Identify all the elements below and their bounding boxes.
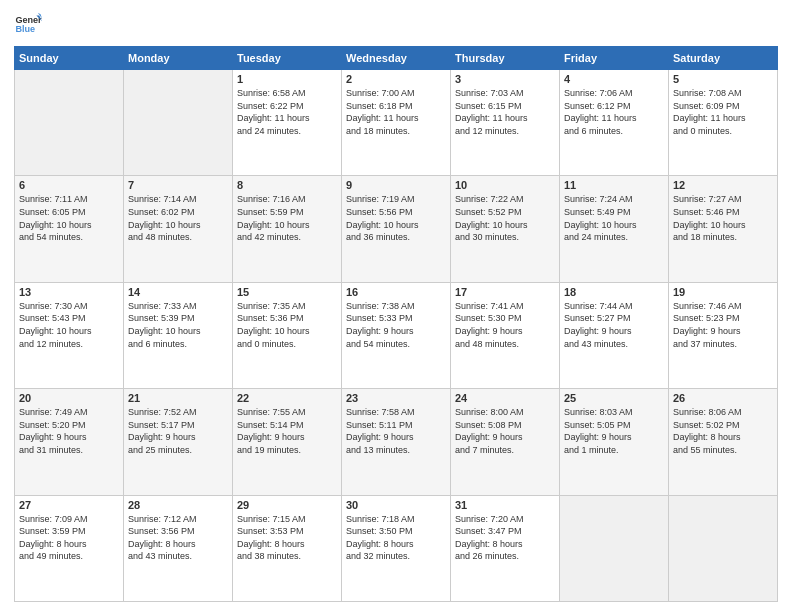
day-info: Sunrise: 7:03 AM Sunset: 6:15 PM Dayligh… xyxy=(455,87,555,137)
day-info: Sunrise: 8:06 AM Sunset: 5:02 PM Dayligh… xyxy=(673,406,773,456)
day-cell: 27Sunrise: 7:09 AM Sunset: 3:59 PM Dayli… xyxy=(15,495,124,601)
day-info: Sunrise: 7:11 AM Sunset: 6:05 PM Dayligh… xyxy=(19,193,119,243)
day-info: Sunrise: 7:33 AM Sunset: 5:39 PM Dayligh… xyxy=(128,300,228,350)
day-cell: 5Sunrise: 7:08 AM Sunset: 6:09 PM Daylig… xyxy=(669,70,778,176)
day-info: Sunrise: 7:19 AM Sunset: 5:56 PM Dayligh… xyxy=(346,193,446,243)
day-cell: 16Sunrise: 7:38 AM Sunset: 5:33 PM Dayli… xyxy=(342,282,451,388)
day-number: 3 xyxy=(455,73,555,85)
page: General Blue SundayMondayTuesdayWednesda… xyxy=(0,0,792,612)
day-cell: 26Sunrise: 8:06 AM Sunset: 5:02 PM Dayli… xyxy=(669,389,778,495)
day-number: 17 xyxy=(455,286,555,298)
day-info: Sunrise: 7:12 AM Sunset: 3:56 PM Dayligh… xyxy=(128,513,228,563)
day-info: Sunrise: 7:18 AM Sunset: 3:50 PM Dayligh… xyxy=(346,513,446,563)
day-number: 20 xyxy=(19,392,119,404)
day-info: Sunrise: 7:22 AM Sunset: 5:52 PM Dayligh… xyxy=(455,193,555,243)
header: General Blue xyxy=(14,10,778,38)
day-cell: 6Sunrise: 7:11 AM Sunset: 6:05 PM Daylig… xyxy=(15,176,124,282)
day-number: 18 xyxy=(564,286,664,298)
svg-text:Blue: Blue xyxy=(15,24,35,34)
day-info: Sunrise: 8:00 AM Sunset: 5:08 PM Dayligh… xyxy=(455,406,555,456)
weekday-header-monday: Monday xyxy=(124,47,233,70)
day-number: 6 xyxy=(19,179,119,191)
day-number: 11 xyxy=(564,179,664,191)
day-cell xyxy=(124,70,233,176)
day-cell: 12Sunrise: 7:27 AM Sunset: 5:46 PM Dayli… xyxy=(669,176,778,282)
day-cell: 21Sunrise: 7:52 AM Sunset: 5:17 PM Dayli… xyxy=(124,389,233,495)
weekday-header-tuesday: Tuesday xyxy=(233,47,342,70)
week-row-4: 20Sunrise: 7:49 AM Sunset: 5:20 PM Dayli… xyxy=(15,389,778,495)
day-number: 24 xyxy=(455,392,555,404)
day-cell: 31Sunrise: 7:20 AM Sunset: 3:47 PM Dayli… xyxy=(451,495,560,601)
day-number: 5 xyxy=(673,73,773,85)
day-cell: 13Sunrise: 7:30 AM Sunset: 5:43 PM Dayli… xyxy=(15,282,124,388)
day-info: Sunrise: 7:14 AM Sunset: 6:02 PM Dayligh… xyxy=(128,193,228,243)
day-info: Sunrise: 6:58 AM Sunset: 6:22 PM Dayligh… xyxy=(237,87,337,137)
day-info: Sunrise: 7:06 AM Sunset: 6:12 PM Dayligh… xyxy=(564,87,664,137)
day-cell: 4Sunrise: 7:06 AM Sunset: 6:12 PM Daylig… xyxy=(560,70,669,176)
day-info: Sunrise: 7:00 AM Sunset: 6:18 PM Dayligh… xyxy=(346,87,446,137)
day-number: 16 xyxy=(346,286,446,298)
day-info: Sunrise: 7:55 AM Sunset: 5:14 PM Dayligh… xyxy=(237,406,337,456)
day-info: Sunrise: 7:46 AM Sunset: 5:23 PM Dayligh… xyxy=(673,300,773,350)
weekday-header-saturday: Saturday xyxy=(669,47,778,70)
day-number: 28 xyxy=(128,499,228,511)
day-cell: 10Sunrise: 7:22 AM Sunset: 5:52 PM Dayli… xyxy=(451,176,560,282)
day-info: Sunrise: 7:58 AM Sunset: 5:11 PM Dayligh… xyxy=(346,406,446,456)
day-cell xyxy=(669,495,778,601)
day-cell: 3Sunrise: 7:03 AM Sunset: 6:15 PM Daylig… xyxy=(451,70,560,176)
day-number: 22 xyxy=(237,392,337,404)
day-info: Sunrise: 7:20 AM Sunset: 3:47 PM Dayligh… xyxy=(455,513,555,563)
day-number: 10 xyxy=(455,179,555,191)
week-row-5: 27Sunrise: 7:09 AM Sunset: 3:59 PM Dayli… xyxy=(15,495,778,601)
day-number: 7 xyxy=(128,179,228,191)
day-cell: 20Sunrise: 7:49 AM Sunset: 5:20 PM Dayli… xyxy=(15,389,124,495)
day-cell: 18Sunrise: 7:44 AM Sunset: 5:27 PM Dayli… xyxy=(560,282,669,388)
day-number: 15 xyxy=(237,286,337,298)
day-info: Sunrise: 7:35 AM Sunset: 5:36 PM Dayligh… xyxy=(237,300,337,350)
day-number: 23 xyxy=(346,392,446,404)
weekday-header-wednesday: Wednesday xyxy=(342,47,451,70)
day-number: 1 xyxy=(237,73,337,85)
day-cell: 9Sunrise: 7:19 AM Sunset: 5:56 PM Daylig… xyxy=(342,176,451,282)
week-row-1: 1Sunrise: 6:58 AM Sunset: 6:22 PM Daylig… xyxy=(15,70,778,176)
day-number: 2 xyxy=(346,73,446,85)
day-cell: 7Sunrise: 7:14 AM Sunset: 6:02 PM Daylig… xyxy=(124,176,233,282)
day-info: Sunrise: 7:30 AM Sunset: 5:43 PM Dayligh… xyxy=(19,300,119,350)
day-number: 4 xyxy=(564,73,664,85)
day-info: Sunrise: 8:03 AM Sunset: 5:05 PM Dayligh… xyxy=(564,406,664,456)
day-cell: 19Sunrise: 7:46 AM Sunset: 5:23 PM Dayli… xyxy=(669,282,778,388)
day-cell: 22Sunrise: 7:55 AM Sunset: 5:14 PM Dayli… xyxy=(233,389,342,495)
day-number: 9 xyxy=(346,179,446,191)
day-number: 12 xyxy=(673,179,773,191)
day-info: Sunrise: 7:24 AM Sunset: 5:49 PM Dayligh… xyxy=(564,193,664,243)
day-info: Sunrise: 7:09 AM Sunset: 3:59 PM Dayligh… xyxy=(19,513,119,563)
logo-icon: General Blue xyxy=(14,10,42,38)
day-info: Sunrise: 7:15 AM Sunset: 3:53 PM Dayligh… xyxy=(237,513,337,563)
day-cell: 29Sunrise: 7:15 AM Sunset: 3:53 PM Dayli… xyxy=(233,495,342,601)
day-cell: 28Sunrise: 7:12 AM Sunset: 3:56 PM Dayli… xyxy=(124,495,233,601)
day-info: Sunrise: 7:38 AM Sunset: 5:33 PM Dayligh… xyxy=(346,300,446,350)
logo: General Blue xyxy=(14,10,42,38)
week-row-2: 6Sunrise: 7:11 AM Sunset: 6:05 PM Daylig… xyxy=(15,176,778,282)
day-cell: 25Sunrise: 8:03 AM Sunset: 5:05 PM Dayli… xyxy=(560,389,669,495)
day-cell: 23Sunrise: 7:58 AM Sunset: 5:11 PM Dayli… xyxy=(342,389,451,495)
day-info: Sunrise: 7:44 AM Sunset: 5:27 PM Dayligh… xyxy=(564,300,664,350)
week-row-3: 13Sunrise: 7:30 AM Sunset: 5:43 PM Dayli… xyxy=(15,282,778,388)
day-cell: 8Sunrise: 7:16 AM Sunset: 5:59 PM Daylig… xyxy=(233,176,342,282)
day-number: 13 xyxy=(19,286,119,298)
day-info: Sunrise: 7:08 AM Sunset: 6:09 PM Dayligh… xyxy=(673,87,773,137)
day-cell: 24Sunrise: 8:00 AM Sunset: 5:08 PM Dayli… xyxy=(451,389,560,495)
day-info: Sunrise: 7:16 AM Sunset: 5:59 PM Dayligh… xyxy=(237,193,337,243)
day-number: 27 xyxy=(19,499,119,511)
day-cell: 1Sunrise: 6:58 AM Sunset: 6:22 PM Daylig… xyxy=(233,70,342,176)
weekday-header-thursday: Thursday xyxy=(451,47,560,70)
day-cell xyxy=(15,70,124,176)
day-info: Sunrise: 7:52 AM Sunset: 5:17 PM Dayligh… xyxy=(128,406,228,456)
day-cell: 11Sunrise: 7:24 AM Sunset: 5:49 PM Dayli… xyxy=(560,176,669,282)
day-number: 25 xyxy=(564,392,664,404)
calendar-table: SundayMondayTuesdayWednesdayThursdayFrid… xyxy=(14,46,778,602)
day-number: 19 xyxy=(673,286,773,298)
day-info: Sunrise: 7:49 AM Sunset: 5:20 PM Dayligh… xyxy=(19,406,119,456)
day-cell: 14Sunrise: 7:33 AM Sunset: 5:39 PM Dayli… xyxy=(124,282,233,388)
day-number: 26 xyxy=(673,392,773,404)
